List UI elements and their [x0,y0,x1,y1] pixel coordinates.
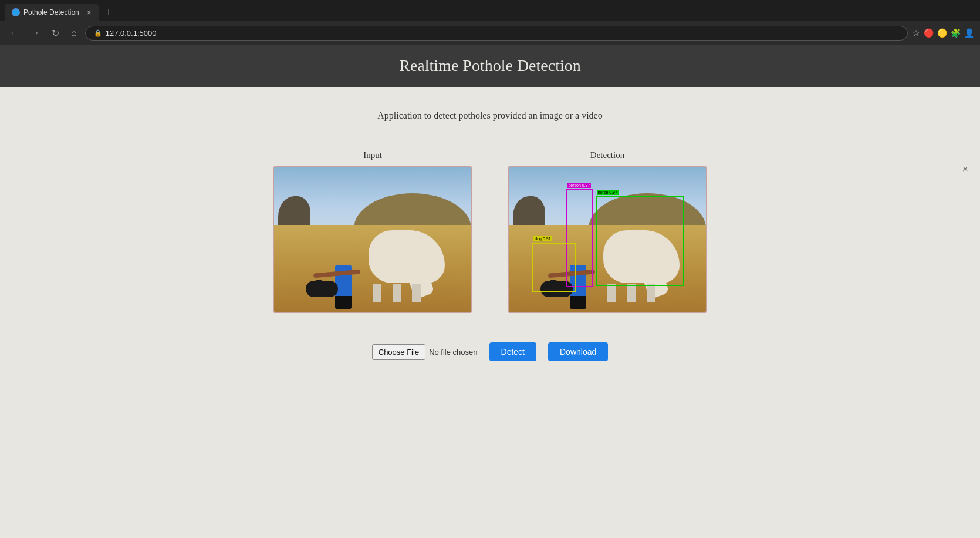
tab-favicon: 🌐 [12,8,20,16]
tab-bar: 🌐 Pothole Detection × + [0,0,980,21]
back-button[interactable]: ← [6,25,22,41]
ext-icon-1[interactable]: 🔴 [924,28,934,38]
person-detection-label: person 0.97 [567,183,591,188]
address-text: 127.0.0.1:5000 [106,29,157,38]
horse-detection-label: horse 0.97 [597,190,619,195]
detect-button[interactable]: Detect [489,342,536,361]
browser-frame: 🌐 Pothole Detection × + ← → ↻ ⌂ 🔒 127.0.… [0,0,980,45]
home-button[interactable]: ⌂ [67,25,80,41]
detection-image: person 0.97 dog 0.91 horse 0.97 [508,166,707,313]
tab-close-icon[interactable]: × [87,8,92,17]
ext-icon-3[interactable]: 🧩 [951,28,961,38]
page-header: Realtime Pothole Detection [0,45,980,87]
detection-label: Detection [590,150,624,160]
images-container: Input [273,150,707,313]
file-name-display: No file chosen [429,348,477,357]
input-label: Input [363,150,382,160]
det-horse-leg3 [647,284,655,302]
browser-toolbar: ← → ↻ ⌂ 🔒 127.0.0.1:5000 ☆ 🔴 🟡 🧩 👤 [0,21,980,45]
ext-icon-4[interactable]: 👤 [964,28,974,38]
forward-button[interactable]: → [27,25,43,41]
toolbar-icons: ☆ 🔴 🟡 🧩 👤 [913,28,974,38]
page-content: × Application to detect potholes provide… [0,87,980,538]
dog-detection-label: dog 0.91 [533,236,552,241]
address-bar[interactable]: 🔒 127.0.0.1:5000 [85,26,908,41]
detection-scene: person 0.97 dog 0.91 horse 0.97 [509,167,706,312]
ext-icon-2[interactable]: 🟡 [937,28,947,38]
detection-panel: Detection [508,150,707,313]
refresh-button[interactable]: ↻ [48,25,63,41]
input-image [273,166,472,313]
tab-title: Pothole Detection [23,8,79,16]
lock-icon: 🔒 [94,29,102,37]
download-button[interactable]: Download [548,342,608,361]
horse-leg3 [412,284,421,302]
file-input-wrapper: Choose File No file chosen [372,344,478,360]
choose-file-button[interactable]: Choose File [372,344,425,360]
active-tab[interactable]: 🌐 Pothole Detection × [5,4,99,21]
det-person-pants [570,296,586,309]
controls-row: Choose File No file chosen Detect Downlo… [372,342,609,361]
input-scene [274,167,471,312]
dog-head [313,280,324,289]
page-close-icon[interactable]: × [962,163,968,176]
det-horse-leg1 [607,284,616,302]
det-horse-leg2 [627,284,636,302]
page-title: Realtime Pothole Detection [0,56,980,75]
horse-leg2 [393,284,401,302]
horse-detection-box: horse 0.97 [596,196,684,286]
horse-leg1 [373,284,381,302]
page-subtitle: Application to detect potholes provided … [377,110,602,121]
person-pants [335,296,352,309]
star-icon[interactable]: ☆ [913,28,920,38]
dog-detection-box: dog 0.91 [532,243,576,292]
input-panel: Input [273,150,472,313]
new-tab-button[interactable]: + [101,4,116,21]
